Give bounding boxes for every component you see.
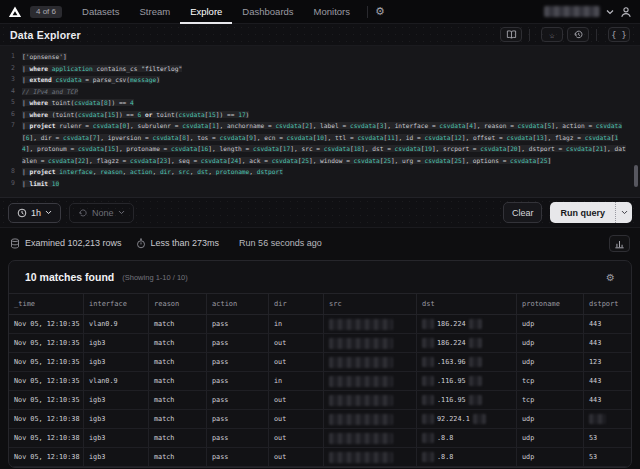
tab-dashboards[interactable]: Dashboards (232, 0, 303, 24)
run-query-chevron[interactable] (615, 202, 632, 223)
axiom-logo-icon[interactable] (8, 5, 22, 19)
cell-time: Nov 05, 12:10:35 (9, 334, 83, 352)
code-token: 20 (510, 145, 517, 152)
column-header-dir[interactable]: dir (268, 294, 323, 314)
cell-time: Nov 05, 12:10:35 (9, 391, 83, 409)
dst-redacted-lead (422, 452, 434, 462)
line-number: 5 (0, 97, 22, 109)
editor-line[interactable]: 7| project rulenr = csvdata[0], subrulen… (0, 120, 640, 166)
docs-book-icon[interactable] (500, 27, 522, 42)
top-nav: 4 of 6 DatasetsStreamExploreDashboardsMo… (0, 0, 640, 24)
editor-line[interactable]: 6| where (toint(csvdata[15]) == 6 or toi… (0, 109, 640, 121)
code-token: ], anchorname = (216, 122, 276, 129)
header-divider (596, 29, 597, 41)
dst-visible-text: 92.224.1 (437, 415, 470, 423)
code-token: csvdata (354, 157, 380, 164)
chart-view-button[interactable] (609, 235, 630, 252)
src-redacted-block (329, 357, 393, 368)
run-query-label[interactable]: Run query (550, 202, 615, 223)
cell-dst: .116.95 (416, 391, 516, 409)
column-header-dstport[interactable]: dstport (583, 294, 631, 314)
code-token: ]) == (115, 111, 137, 118)
code-token: csvdata (287, 134, 313, 141)
user-avatar-icon[interactable] (620, 6, 632, 18)
starred-queries-icon[interactable]: ☆ (541, 27, 563, 42)
dst-redacted-lead (422, 395, 434, 405)
cell-src (323, 372, 416, 390)
code-token: dstport (257, 168, 283, 175)
column-header-time[interactable]: _time (9, 294, 83, 314)
tab-datasets[interactable]: Datasets (72, 0, 130, 24)
code-token: 18 (354, 145, 361, 152)
results-header: 10 matches found (Showing 1-10 / 10) ⚙ (9, 261, 631, 293)
table-row[interactable]: Nov 05, 12:10:38igb3matchpassout92.224.1… (9, 410, 631, 429)
chevron-down-icon (45, 210, 52, 215)
table-row[interactable]: Nov 05, 12:10:35vlan0.9matchpassin.116.9… (9, 372, 631, 391)
column-header-dst[interactable]: dst (416, 294, 516, 314)
column-header-protoname[interactable]: protoname (516, 294, 583, 314)
column-header-reason[interactable]: reason (148, 294, 206, 314)
cell-time: Nov 05, 12:10:35 (9, 372, 83, 390)
dst-visible-text: .8.8 (437, 434, 453, 442)
query-editor[interactable]: 1['opnsense']2| where application contai… (0, 46, 640, 198)
time-range-button[interactable]: 1h (8, 203, 61, 223)
examined-rows-text: Examined 102,213 rows (25, 238, 122, 248)
editor-line[interactable]: 2| where application contains_cs "filter… (0, 63, 640, 75)
clear-button[interactable]: Clear (503, 202, 543, 223)
column-header-action[interactable]: action (206, 294, 268, 314)
table-row[interactable]: Nov 05, 12:10:35igb3matchpassout.116.95t… (9, 391, 631, 410)
cell-protoname: udp (516, 315, 583, 333)
code-token: ], ack = (238, 157, 272, 164)
cell-src (323, 353, 416, 371)
code-token: csvdata (253, 145, 279, 152)
line-selection: | where (toint(csvdata[15]) == 6 or toin… (22, 111, 249, 118)
table-row[interactable]: Nov 05, 12:10:38igb3matchpassout.8.8udp5… (9, 448, 631, 467)
column-header-src[interactable]: src (323, 294, 416, 314)
org-name-redacted[interactable] (544, 6, 600, 17)
editor-scrollbar[interactable] (634, 165, 638, 187)
results-settings-gear-icon[interactable]: ⚙ (606, 272, 615, 283)
editor-line[interactable]: 1['opnsense'] (0, 51, 640, 63)
table-row[interactable]: Nov 05, 12:10:35igb3matchpassout.163.96u… (9, 353, 631, 372)
compare-against-button[interactable]: None (69, 203, 134, 223)
code-token: (toint( (48, 111, 78, 118)
table-row[interactable]: Nov 05, 12:10:35igb3matchpassout186.224u… (9, 334, 631, 353)
editor-line[interactable]: 9| limit 10 (0, 178, 640, 190)
code-token: ], action = (551, 122, 596, 129)
cell-interface: igb3 (83, 391, 148, 409)
dataset-count-badge[interactable]: 4 of 6 (30, 6, 62, 18)
code-token: csvdata (179, 111, 205, 118)
line-selection: // IPv4 and TCP (22, 88, 78, 95)
query-history-icon[interactable] (567, 27, 589, 42)
tab-stream[interactable]: Stream (130, 0, 181, 24)
editor-line[interactable]: 3| extend csvdata = parse_csv(message) (0, 74, 640, 86)
code-braces-icon[interactable]: { } (608, 27, 630, 42)
column-header-interface[interactable]: interface (83, 294, 148, 314)
editor-line[interactable]: 5| where toint(csvdata[8]) == 4 (0, 97, 640, 109)
editor-line[interactable]: 8| project interface, reason, action, di… (0, 166, 640, 178)
dst-visible-text: 186.224 (437, 339, 466, 347)
cell-src (323, 410, 416, 428)
settings-gear-icon[interactable]: ⚙ (375, 6, 385, 17)
src-redacted-block (329, 319, 393, 330)
tab-explore[interactable]: Explore (180, 0, 232, 24)
dst-redacted-trail (473, 414, 486, 424)
run-query-button[interactable]: Run query (550, 202, 632, 223)
tab-monitors[interactable]: Monitors (304, 0, 360, 24)
header-divider (529, 29, 530, 41)
table-row[interactable]: Nov 05, 12:10:38igb3matchpassout.8.8udp5… (9, 429, 631, 448)
code-token: ], options = (462, 157, 510, 164)
time-range-value: 1h (31, 208, 41, 218)
code-token: csvdata (566, 145, 592, 152)
code-token: csvdata (424, 157, 450, 164)
org-chevron-down-icon[interactable] (606, 9, 614, 15)
line-number: 9 (0, 178, 22, 190)
code-token: ['opnsense'] (22, 53, 67, 60)
cell-dir: in (268, 315, 323, 333)
table-body: Nov 05, 12:10:35vlan0.9matchpassin186.22… (9, 315, 631, 467)
table-row[interactable]: Nov 05, 12:10:35vlan0.9matchpassin186.22… (9, 315, 631, 334)
cell-time: Nov 05, 12:10:38 (9, 429, 83, 447)
examined-rows-stat: Examined 102,213 rows (10, 238, 122, 249)
code-token: ], offset = (462, 134, 507, 141)
editor-line[interactable]: 4// IPv4 and TCP (0, 86, 640, 98)
